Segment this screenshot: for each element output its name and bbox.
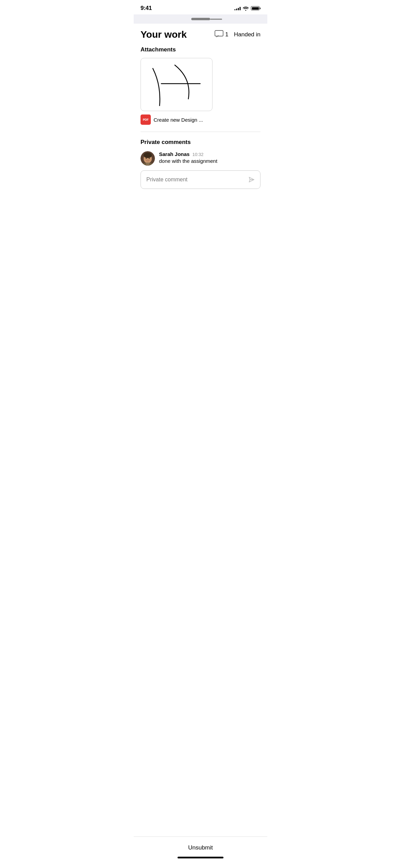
header-right: 1 Handed in <box>215 30 260 39</box>
commenter-name: Sarah Jonas <box>159 151 190 157</box>
svg-rect-5 <box>146 162 149 165</box>
status-time: 9:41 <box>141 5 152 12</box>
comment-time: 10:32 <box>192 152 204 157</box>
send-icon <box>246 176 255 184</box>
svg-point-7 <box>149 158 150 159</box>
attachments-section: Attachments PDF Create new Design ... <box>141 46 260 125</box>
svg-point-6 <box>146 158 147 159</box>
handed-in-badge: Handed in <box>234 31 260 38</box>
drag-handle[interactable] <box>191 18 210 20</box>
page-title: Your work <box>141 29 187 40</box>
drag-handle-area[interactable] <box>134 14 267 24</box>
attachment-filename[interactable]: PDF Create new Design ... <box>141 114 260 125</box>
comment-count: 1 <box>225 31 228 38</box>
private-comments-label: Private comments <box>141 139 260 146</box>
comment-item: Sarah Jonas 10:32 done with the assignme… <box>141 151 260 166</box>
send-button[interactable] <box>246 176 255 184</box>
divider <box>141 132 260 132</box>
svg-point-3 <box>144 153 152 158</box>
header: Your work 1 Handed in <box>134 24 267 43</box>
avatar <box>141 151 155 166</box>
battery-icon <box>251 6 260 10</box>
comment-input-container[interactable] <box>141 170 260 189</box>
comment-badge[interactable]: 1 <box>215 30 228 39</box>
comment-icon <box>215 30 223 39</box>
status-bar: 9:41 <box>134 0 267 14</box>
attachments-label: Attachments <box>141 46 260 53</box>
signal-icon <box>234 6 241 10</box>
wifi-icon <box>243 6 249 11</box>
comment-input[interactable] <box>146 177 246 183</box>
comment-header: Sarah Jonas 10:32 <box>159 151 260 157</box>
status-icons <box>234 6 260 11</box>
pdf-icon: PDF <box>141 114 151 125</box>
content-area: Attachments PDF Create new Design ... <box>134 43 267 132</box>
comment-text: done with the assignment <box>159 158 260 164</box>
comment-content: Sarah Jonas 10:32 done with the assignme… <box>159 151 260 166</box>
private-comments-section: Private comments <box>134 139 267 166</box>
attachment-preview[interactable] <box>141 58 212 111</box>
svg-rect-0 <box>215 31 223 36</box>
filename-text: Create new Design ... <box>154 117 203 123</box>
